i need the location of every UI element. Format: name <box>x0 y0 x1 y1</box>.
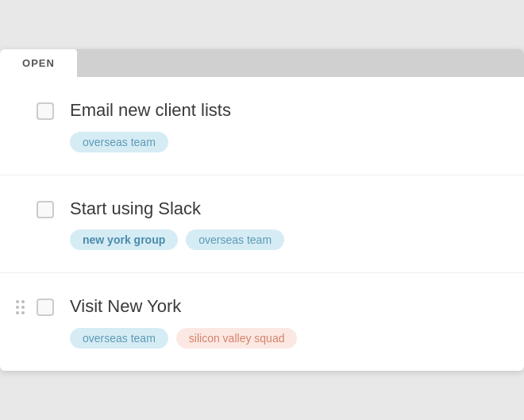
task-content: Visit New Yorkoverseas teamsilicon valle… <box>70 295 500 349</box>
task-checkbox[interactable] <box>37 201 54 218</box>
tag[interactable]: overseas team <box>70 132 168 152</box>
drag-handle-icon[interactable] <box>16 295 32 314</box>
task-title: Email new client lists <box>70 99 500 122</box>
tab-open[interactable]: OPEN <box>0 49 77 77</box>
task-item: Start using Slacknew york groupoverseas … <box>0 175 524 274</box>
task-item: Email new client listsoverseas team <box>0 77 524 175</box>
tab-bar: OPEN <box>0 49 524 77</box>
task-content: Start using Slacknew york groupoverseas … <box>70 198 500 251</box>
task-checkbox[interactable] <box>37 102 54 120</box>
task-tags: overseas team <box>70 132 500 152</box>
tag[interactable]: overseas team <box>186 229 284 250</box>
task-title: Start using Slack <box>70 198 500 221</box>
tag[interactable]: new york group <box>70 229 178 250</box>
tasks-list: Email new client listsoverseas teamStart… <box>0 77 524 371</box>
tag[interactable]: overseas team <box>70 328 168 349</box>
tag[interactable]: silicon valley squad <box>176 328 298 349</box>
task-item: Visit New Yorkoverseas teamsilicon valle… <box>0 273 524 371</box>
task-checkbox[interactable] <box>37 299 54 316</box>
main-card: OPEN Email new client listsoverseas team… <box>0 49 524 371</box>
task-tags: overseas teamsilicon valley squad <box>70 328 500 349</box>
task-title: Visit New York <box>70 295 500 318</box>
task-content: Email new client listsoverseas team <box>70 99 500 152</box>
task-tags: new york groupoverseas team <box>70 229 500 250</box>
